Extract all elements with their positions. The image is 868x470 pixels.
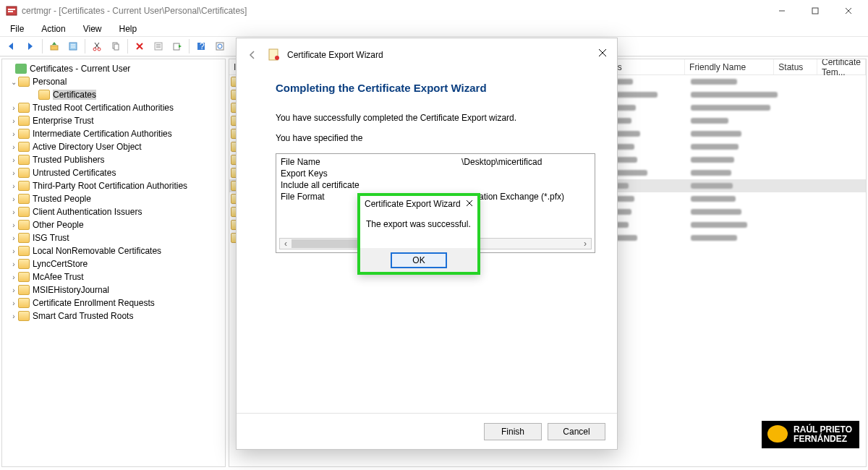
- delete-button[interactable]: [131, 38, 148, 54]
- tree-personal[interactable]: ⌄Personal: [4, 75, 224, 88]
- wizard-close-button[interactable]: [594, 44, 611, 61]
- window-title: certmgr - [Certificates - Current User\P…: [22, 6, 765, 16]
- certificate-icon: [267, 48, 281, 62]
- tree-item[interactable]: ›Smart Card Trusted Roots: [4, 309, 224, 322]
- wizard-specified-text: You have specified the: [276, 133, 595, 143]
- col-friendly-name[interactable]: Friendly Name: [685, 59, 774, 74]
- maximize-button[interactable]: [799, 0, 832, 22]
- wizard-back-button[interactable]: [244, 46, 261, 64]
- tree-certificates[interactable]: Certificates: [4, 88, 224, 101]
- svg-rect-2: [8, 11, 13, 12]
- copy-button[interactable]: [107, 38, 124, 54]
- popup-message: The export was successful.: [360, 212, 477, 248]
- tree-item[interactable]: ›Untrusted Certificates: [4, 166, 224, 179]
- svg-rect-11: [69, 43, 77, 50]
- export-button[interactable]: [169, 38, 186, 54]
- tree-item[interactable]: ›Client Authentication Issuers: [4, 205, 224, 218]
- svg-rect-19: [114, 44, 119, 50]
- svg-marker-8: [28, 43, 33, 50]
- tree-item[interactable]: ›Third-Party Root Certification Authorit…: [4, 179, 224, 192]
- tree-item[interactable]: ›Local NonRemovable Certificates: [4, 244, 224, 257]
- menu-view[interactable]: View: [77, 22, 108, 35]
- svg-point-32: [275, 56, 279, 60]
- brain-icon: [767, 425, 788, 443]
- tree-root[interactable]: Certificates - Current User: [4, 62, 224, 75]
- wizard-success-text: You have successfully completed the Cert…: [276, 113, 595, 123]
- col-cert-template[interactable]: Certificate Tem...: [817, 59, 866, 74]
- wizard-title: Certificate Export Wizard: [287, 50, 383, 60]
- svg-rect-9: [51, 46, 58, 50]
- app-icon: [6, 5, 17, 17]
- tree-item[interactable]: ›Trusted People: [4, 192, 224, 205]
- tree-pane[interactable]: Certificates - Current User ⌄Personal Ce…: [1, 59, 226, 467]
- cancel-button[interactable]: Cancel: [548, 423, 605, 440]
- tree-item[interactable]: ›Intermediate Certification Authorities: [4, 127, 224, 140]
- tree-item[interactable]: ›McAfee Trust: [4, 270, 224, 283]
- finish-button[interactable]: Finish: [484, 423, 542, 440]
- tree-item[interactable]: ›Trusted Publishers: [4, 153, 224, 166]
- help-button[interactable]: ?: [192, 38, 210, 54]
- col-status[interactable]: Status: [774, 59, 817, 74]
- minimize-button[interactable]: [765, 0, 799, 22]
- tree-item[interactable]: ›Active Directory User Object: [4, 140, 224, 153]
- svg-rect-4: [812, 8, 818, 14]
- up-button[interactable]: [46, 38, 63, 54]
- svg-rect-1: [8, 9, 15, 10]
- tree-item[interactable]: ›Trusted Root Certification Authorities: [4, 101, 224, 114]
- tree-item[interactable]: ›LyncCertStore: [4, 257, 224, 270]
- tree-item[interactable]: ›MSIEHistoryJournal: [4, 283, 224, 296]
- refresh-button[interactable]: [211, 38, 229, 54]
- menu-bar: File Action View Help: [0, 22, 868, 36]
- popup-close-button[interactable]: [466, 199, 473, 209]
- ok-button[interactable]: OK: [391, 252, 447, 268]
- svg-marker-7: [9, 43, 13, 50]
- svg-marker-26: [179, 45, 182, 48]
- menu-action[interactable]: Action: [35, 22, 71, 35]
- nav-back-button[interactable]: [3, 38, 20, 54]
- svg-rect-25: [174, 43, 179, 50]
- svg-text:?: ?: [200, 41, 205, 51]
- watermark: RAÚL PRIETO FERNÁNDEZ: [762, 421, 859, 448]
- close-button[interactable]: [832, 0, 865, 22]
- menu-file[interactable]: File: [4, 22, 30, 35]
- tree-item[interactable]: ›Certificate Enrollment Requests: [4, 296, 224, 309]
- tree-item[interactable]: ›Other People: [4, 218, 224, 231]
- options-button[interactable]: [150, 38, 167, 54]
- wizard-heading: Completing the Certificate Export Wizard: [276, 82, 595, 94]
- tree-item[interactable]: ›Enterprise Trust: [4, 114, 224, 127]
- success-dialog: Certificate Export Wizard The export was…: [357, 193, 480, 275]
- window-titlebar: certmgr - [Certificates - Current User\P…: [0, 0, 868, 22]
- properties-button[interactable]: [64, 38, 82, 54]
- menu-help[interactable]: Help: [114, 22, 143, 35]
- nav-forward-button[interactable]: [22, 38, 39, 54]
- svg-rect-22: [155, 43, 162, 50]
- cut-button[interactable]: [88, 38, 106, 54]
- tree-item[interactable]: ›ISG Trust: [4, 231, 224, 244]
- svg-marker-10: [52, 42, 56, 45]
- popup-title: Certificate Export Wizard: [365, 199, 466, 209]
